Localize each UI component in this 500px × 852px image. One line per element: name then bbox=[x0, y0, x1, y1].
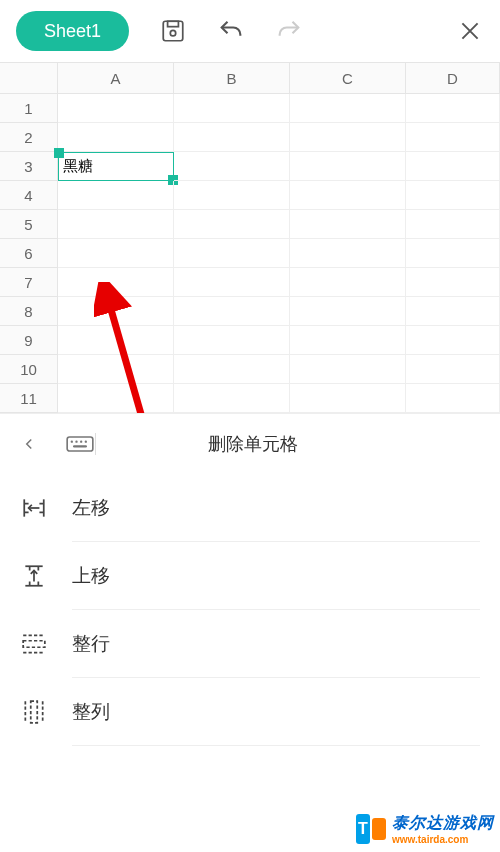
cell[interactable] bbox=[406, 239, 500, 268]
cell[interactable] bbox=[58, 268, 174, 297]
table-row: 1 bbox=[0, 94, 500, 123]
cell[interactable] bbox=[174, 326, 290, 355]
entire-col-icon bbox=[20, 698, 48, 726]
cell[interactable] bbox=[174, 355, 290, 384]
close-icon[interactable] bbox=[456, 17, 484, 45]
cell[interactable] bbox=[58, 355, 174, 384]
table-row: 11 bbox=[0, 384, 500, 413]
table-row: 9 bbox=[0, 326, 500, 355]
cell[interactable] bbox=[406, 94, 500, 123]
col-header-a[interactable]: A bbox=[58, 63, 174, 93]
cell[interactable] bbox=[406, 181, 500, 210]
row-header[interactable]: 7 bbox=[0, 268, 58, 297]
cell[interactable] bbox=[406, 384, 500, 413]
cell[interactable] bbox=[290, 210, 406, 239]
col-header-b[interactable]: B bbox=[174, 63, 290, 93]
option-entire-col[interactable]: 整列 bbox=[0, 678, 500, 746]
cell[interactable] bbox=[406, 210, 500, 239]
cell[interactable] bbox=[174, 181, 290, 210]
cell[interactable] bbox=[174, 239, 290, 268]
back-icon[interactable] bbox=[20, 432, 48, 456]
option-shift-up[interactable]: 上移 bbox=[0, 542, 500, 610]
row-header[interactable]: 9 bbox=[0, 326, 58, 355]
cell[interactable] bbox=[174, 268, 290, 297]
cell[interactable] bbox=[174, 210, 290, 239]
row-header[interactable]: 6 bbox=[0, 239, 58, 268]
table-row: 6 bbox=[0, 239, 500, 268]
shift-up-icon bbox=[20, 562, 48, 590]
sheet-tab[interactable]: Sheet1 bbox=[16, 11, 129, 51]
col-header-c[interactable]: C bbox=[290, 63, 406, 93]
watermark: T 泰尔达游戏网 www.tairda.com bbox=[354, 812, 494, 846]
selection-handle-tl[interactable] bbox=[54, 148, 64, 158]
selected-cell[interactable]: 黑糖 bbox=[58, 152, 174, 181]
undo-icon[interactable] bbox=[217, 17, 245, 45]
cell[interactable] bbox=[290, 297, 406, 326]
row-header[interactable]: 5 bbox=[0, 210, 58, 239]
cell[interactable] bbox=[174, 152, 290, 181]
svg-point-2 bbox=[170, 30, 175, 35]
cell[interactable] bbox=[58, 123, 174, 152]
table-row: 4 bbox=[0, 181, 500, 210]
watermark-name: 泰尔达游戏网 bbox=[392, 813, 494, 834]
corner-cell[interactable] bbox=[0, 63, 58, 93]
option-label: 上移 bbox=[72, 542, 480, 610]
cell[interactable] bbox=[406, 326, 500, 355]
cell[interactable] bbox=[58, 297, 174, 326]
save-icon[interactable] bbox=[159, 17, 187, 45]
row-header[interactable]: 8 bbox=[0, 297, 58, 326]
cell[interactable] bbox=[290, 239, 406, 268]
top-toolbar: Sheet1 bbox=[0, 0, 500, 62]
cell[interactable] bbox=[174, 384, 290, 413]
watermark-url: www.tairda.com bbox=[392, 834, 494, 845]
entire-row-icon bbox=[20, 630, 48, 658]
cell[interactable] bbox=[58, 384, 174, 413]
row-header[interactable]: 10 bbox=[0, 355, 58, 384]
table-row: 2 bbox=[0, 123, 500, 152]
row-header[interactable]: 1 bbox=[0, 94, 58, 123]
cell[interactable] bbox=[290, 384, 406, 413]
shift-left-icon bbox=[20, 494, 48, 522]
table-row: 8 bbox=[0, 297, 500, 326]
cell[interactable] bbox=[406, 268, 500, 297]
table-row: 10 bbox=[0, 355, 500, 384]
cell[interactable] bbox=[58, 326, 174, 355]
cell[interactable] bbox=[290, 181, 406, 210]
cell[interactable] bbox=[58, 239, 174, 268]
cell[interactable] bbox=[174, 297, 290, 326]
option-shift-left[interactable]: 左移 bbox=[0, 474, 500, 542]
option-label: 整列 bbox=[72, 678, 480, 746]
table-row: 3 黑糖 bbox=[0, 152, 500, 181]
cell[interactable] bbox=[290, 123, 406, 152]
cell[interactable] bbox=[290, 355, 406, 384]
option-label: 整行 bbox=[72, 610, 480, 678]
cell[interactable] bbox=[290, 326, 406, 355]
cell[interactable] bbox=[406, 297, 500, 326]
cell[interactable] bbox=[406, 123, 500, 152]
row-header[interactable]: 2 bbox=[0, 123, 58, 152]
cell[interactable] bbox=[290, 152, 406, 181]
spreadsheet-grid: A B C D 1 2 3 黑糖 4 5 6 7 8 9 10 11 bbox=[0, 62, 500, 413]
cell[interactable] bbox=[406, 152, 500, 181]
cell[interactable] bbox=[58, 181, 174, 210]
cell[interactable] bbox=[58, 210, 174, 239]
col-header-d[interactable]: D bbox=[406, 63, 500, 93]
option-entire-row[interactable]: 整行 bbox=[0, 610, 500, 678]
cell[interactable] bbox=[290, 94, 406, 123]
keyboard-icon[interactable] bbox=[66, 433, 96, 455]
svg-rect-4 bbox=[67, 437, 93, 451]
cell[interactable] bbox=[58, 94, 174, 123]
redo-icon[interactable] bbox=[275, 17, 303, 45]
row-header[interactable]: 3 bbox=[0, 152, 58, 181]
watermark-logo: T bbox=[354, 812, 388, 846]
cell[interactable] bbox=[406, 355, 500, 384]
row-header[interactable]: 4 bbox=[0, 181, 58, 210]
cell[interactable] bbox=[174, 94, 290, 123]
cell[interactable] bbox=[174, 123, 290, 152]
cell-value: 黑糖 bbox=[63, 157, 93, 176]
svg-rect-10 bbox=[23, 641, 45, 648]
table-row: 7 bbox=[0, 268, 500, 297]
cell[interactable] bbox=[290, 268, 406, 297]
svg-rect-1 bbox=[168, 21, 179, 26]
row-header[interactable]: 11 bbox=[0, 384, 58, 413]
